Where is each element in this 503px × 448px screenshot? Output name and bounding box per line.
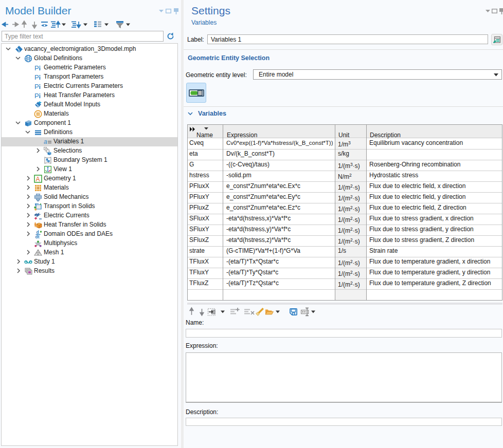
svg-text:dt: dt [35, 234, 40, 238]
svg-text:P: P [34, 83, 39, 90]
svg-text:P: P [34, 92, 39, 100]
svg-text:P: P [34, 64, 39, 72]
svg-text:A: A [36, 176, 40, 183]
svg-text:a: a [44, 138, 47, 145]
svg-text:P: P [34, 73, 39, 81]
